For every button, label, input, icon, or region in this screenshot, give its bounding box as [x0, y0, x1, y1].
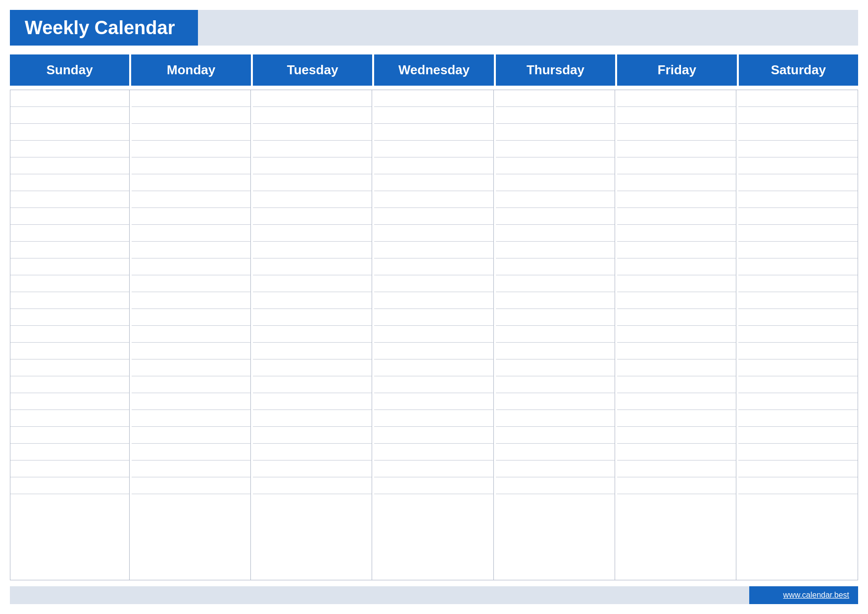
time-row[interactable] — [617, 242, 736, 258]
time-row[interactable] — [738, 444, 858, 460]
time-row[interactable] — [10, 208, 129, 225]
time-row[interactable] — [496, 309, 615, 326]
time-row[interactable] — [10, 124, 129, 141]
time-row[interactable] — [738, 376, 858, 393]
time-row[interactable] — [496, 494, 615, 511]
time-row[interactable] — [132, 275, 250, 292]
time-row[interactable] — [374, 157, 493, 174]
time-row[interactable] — [738, 275, 858, 292]
time-row[interactable] — [132, 359, 250, 376]
time-row[interactable] — [617, 477, 736, 494]
time-row[interactable] — [374, 124, 493, 141]
time-row[interactable] — [374, 410, 493, 427]
time-row[interactable] — [10, 107, 129, 124]
time-row[interactable] — [496, 359, 615, 376]
time-row[interactable] — [617, 494, 736, 511]
time-row[interactable] — [496, 275, 615, 292]
time-row[interactable] — [738, 174, 858, 191]
time-row[interactable] — [374, 292, 493, 309]
time-row[interactable] — [738, 309, 858, 326]
time-row[interactable] — [374, 359, 493, 376]
time-row[interactable] — [10, 343, 129, 359]
time-row[interactable] — [132, 107, 250, 124]
time-row[interactable] — [132, 376, 250, 393]
time-row[interactable] — [132, 191, 250, 208]
time-row[interactable] — [253, 258, 372, 275]
time-row[interactable] — [496, 376, 615, 393]
time-row[interactable] — [374, 494, 493, 511]
time-row[interactable] — [374, 90, 493, 107]
time-row[interactable] — [374, 427, 493, 444]
time-row[interactable] — [253, 174, 372, 191]
day-column-monday[interactable] — [132, 90, 251, 580]
time-row[interactable] — [10, 477, 129, 494]
time-row[interactable] — [496, 292, 615, 309]
time-row[interactable] — [253, 494, 372, 511]
time-row[interactable] — [132, 90, 250, 107]
time-row[interactable] — [253, 208, 372, 225]
time-row[interactable] — [253, 410, 372, 427]
time-row[interactable] — [253, 460, 372, 477]
time-row[interactable] — [253, 191, 372, 208]
time-row[interactable] — [10, 292, 129, 309]
time-row[interactable] — [496, 141, 615, 157]
time-row[interactable] — [617, 376, 736, 393]
time-row[interactable] — [132, 258, 250, 275]
time-row[interactable] — [132, 326, 250, 343]
time-row[interactable] — [738, 208, 858, 225]
time-row[interactable] — [617, 157, 736, 174]
time-row[interactable] — [374, 174, 493, 191]
time-row[interactable] — [132, 292, 250, 309]
time-row[interactable] — [617, 460, 736, 477]
time-row[interactable] — [253, 427, 372, 444]
time-row[interactable] — [738, 343, 858, 359]
time-row[interactable] — [617, 410, 736, 427]
time-row[interactable] — [617, 427, 736, 444]
time-row[interactable] — [10, 275, 129, 292]
time-row[interactable] — [496, 208, 615, 225]
time-row[interactable] — [617, 107, 736, 124]
time-row[interactable] — [738, 359, 858, 376]
time-row[interactable] — [10, 309, 129, 326]
time-row[interactable] — [253, 309, 372, 326]
time-row[interactable] — [132, 444, 250, 460]
time-row[interactable] — [253, 292, 372, 309]
time-row[interactable] — [496, 225, 615, 242]
time-row[interactable] — [253, 359, 372, 376]
time-row[interactable] — [496, 242, 615, 258]
time-row[interactable] — [10, 376, 129, 393]
time-row[interactable] — [253, 157, 372, 174]
time-row[interactable] — [496, 427, 615, 444]
time-row[interactable] — [496, 124, 615, 141]
time-row[interactable] — [496, 410, 615, 427]
time-row[interactable] — [132, 309, 250, 326]
time-row[interactable] — [496, 477, 615, 494]
time-row[interactable] — [617, 343, 736, 359]
time-row[interactable] — [132, 460, 250, 477]
time-row[interactable] — [738, 191, 858, 208]
time-row[interactable] — [374, 393, 493, 410]
time-row[interactable] — [253, 376, 372, 393]
time-row[interactable] — [132, 242, 250, 258]
time-row[interactable] — [10, 141, 129, 157]
time-row[interactable] — [738, 90, 858, 107]
time-row[interactable] — [10, 393, 129, 410]
time-row[interactable] — [253, 326, 372, 343]
website-link[interactable]: www.calendar.best — [783, 591, 849, 600]
time-row[interactable] — [10, 444, 129, 460]
time-row[interactable] — [617, 393, 736, 410]
time-row[interactable] — [253, 124, 372, 141]
time-row[interactable] — [10, 427, 129, 444]
time-row[interactable] — [253, 107, 372, 124]
time-row[interactable] — [617, 124, 736, 141]
time-row[interactable] — [132, 427, 250, 444]
time-row[interactable] — [132, 410, 250, 427]
time-row[interactable] — [738, 124, 858, 141]
time-row[interactable] — [253, 393, 372, 410]
time-row[interactable] — [617, 225, 736, 242]
time-row[interactable] — [10, 326, 129, 343]
time-row[interactable] — [374, 343, 493, 359]
time-row[interactable] — [10, 359, 129, 376]
time-row[interactable] — [132, 225, 250, 242]
time-row[interactable] — [253, 141, 372, 157]
